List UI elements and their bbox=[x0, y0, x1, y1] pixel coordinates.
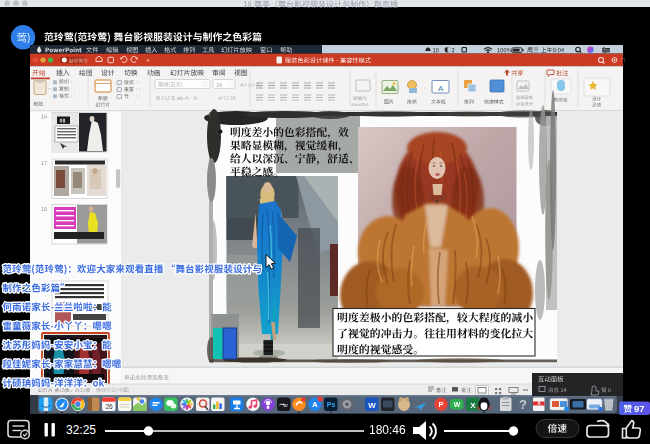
svg-text:Ps: Ps bbox=[327, 401, 336, 408]
svg-text:X: X bbox=[470, 401, 476, 410]
svg-text:97: 97 bbox=[634, 403, 645, 414]
svg-text:B I U S ab A ⋅ A: B I U S ab A ⋅ A bbox=[156, 95, 197, 101]
svg-text:x² ☐ ﺍA: x² ☐ ﺍA bbox=[218, 95, 236, 101]
svg-text:26: 26 bbox=[105, 403, 113, 410]
svg-text:32:25: 32:25 bbox=[66, 423, 96, 437]
svg-text:P: P bbox=[438, 400, 443, 409]
svg-text:180:46: 180:46 bbox=[369, 423, 406, 437]
svg-text:A˄ A˅ A̶: A˄ A˅ A̶ bbox=[240, 82, 262, 88]
svg-text:A: A bbox=[312, 400, 318, 409]
svg-text:A: A bbox=[438, 84, 444, 93]
svg-text:24: 24 bbox=[216, 82, 222, 88]
svg-text:W: W bbox=[368, 401, 376, 410]
svg-text:?: ? bbox=[519, 397, 527, 412]
svg-text:W: W bbox=[454, 401, 461, 408]
